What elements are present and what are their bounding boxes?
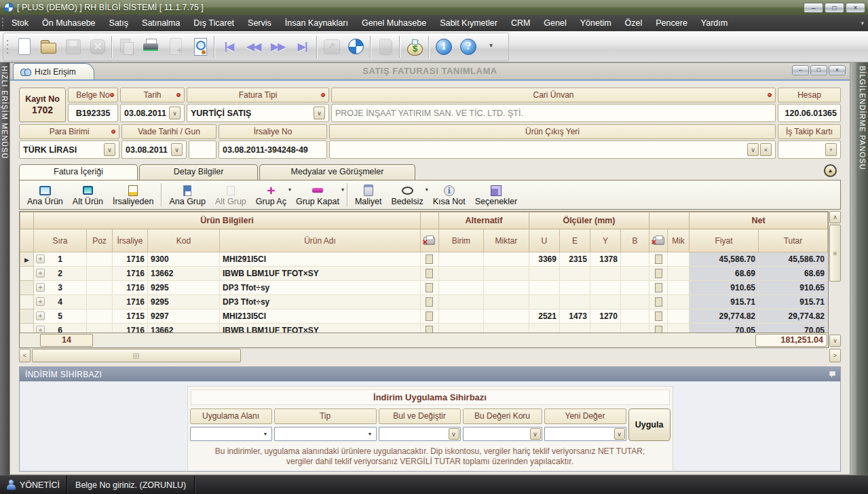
menu-item--zel[interactable]: Özel — [618, 15, 649, 31]
cell-birim[interactable] — [438, 267, 483, 281]
cell-poz[interactable] — [87, 309, 113, 324]
cell-e[interactable] — [559, 267, 590, 281]
cell-sira[interactable]: +1 — [34, 252, 87, 267]
tab-invoice-content[interactable]: Fatura İçeriği — [19, 164, 138, 180]
ribbon-cost-button[interactable]: Maliyet — [350, 181, 387, 208]
cell-mik[interactable] — [668, 324, 690, 333]
cell-u[interactable] — [529, 295, 559, 309]
cell-sira[interactable]: +6 — [34, 324, 87, 333]
cell-birim[interactable] — [438, 309, 483, 324]
web-sphere-button[interactable] — [343, 34, 368, 60]
cell-poz[interactable] — [87, 324, 113, 333]
cell-mik[interactable] — [668, 309, 690, 324]
group-header-product-info[interactable]: Ürün Bilgileri — [34, 212, 421, 229]
pin-icon[interactable] — [829, 371, 835, 377]
table-row[interactable]: ▶+117169300MHI291I5CI33692315137845,586.… — [20, 252, 828, 267]
col-header-fiyat[interactable]: Fiyat — [690, 229, 759, 252]
cell-urun-adi[interactable]: MHI213I5CI — [220, 309, 421, 324]
currency-field[interactable]: TÜRK LİRASI∨ — [19, 140, 119, 159]
nav-last-button[interactable] — [290, 34, 314, 60]
dropdown-caret-icon[interactable]: ▾ — [341, 187, 344, 193]
account-field[interactable]: 120.06.01365 — [778, 104, 841, 122]
menu-overflow-icon[interactable]: ▾ — [861, 20, 864, 26]
cell-urun-adi[interactable]: IBWB LBM1UF TFOT×SY — [220, 267, 421, 281]
cell-kod[interactable]: 9295 — [148, 295, 220, 309]
menu-item-crm[interactable]: CRM — [504, 15, 537, 31]
cell-kod[interactable]: 9295 — [148, 281, 220, 295]
menu-item-sat-nalma[interactable]: Satınalma — [135, 15, 187, 31]
col-header-sira[interactable]: Sıra — [34, 229, 87, 252]
ribbon-free-button[interactable]: Bedelsiz▾ — [387, 181, 428, 208]
expand-row-button[interactable]: + — [36, 269, 45, 278]
menu-item-pencere[interactable]: Pencere — [649, 15, 694, 31]
invoice-type-field[interactable]: YURTİÇİ SATIŞ∨ — [187, 104, 329, 122]
menu-item-sat-[interactable]: Satış — [102, 15, 136, 31]
print-checkbox[interactable] — [426, 269, 433, 278]
chevron-down-icon[interactable]: ∨ — [614, 428, 625, 440]
cell-miktar[interactable] — [483, 281, 529, 295]
cell-irsaliye[interactable]: 1716 — [113, 281, 148, 295]
expand-row-button[interactable]: + — [36, 297, 45, 306]
tab-quick-access[interactable]: Hızlı Erişim — [13, 63, 94, 79]
chevron-down-icon[interactable]: ∨ — [169, 107, 181, 119]
print-checkbox[interactable] — [655, 326, 662, 332]
collapse-header-button[interactable]: ▲ — [824, 164, 837, 177]
col-header-poz[interactable]: Poz — [87, 229, 113, 252]
cell-kod[interactable]: 9300 — [148, 252, 220, 267]
v-scroll-thumb[interactable]: ≡ — [829, 225, 841, 282]
group-header-net[interactable]: Net — [690, 212, 828, 229]
chevron-down-icon[interactable]: ∨ — [747, 143, 759, 156]
cell-tutar[interactable]: 915.71 — [759, 295, 828, 309]
close-button[interactable]: × — [846, 3, 865, 13]
date-field[interactable]: 03.08.2011∨ — [120, 104, 185, 122]
customer-title-field[interactable]: PROJE İNŞAAT YATIRIM SAN. VE TİC. LTD. Ş… — [331, 104, 776, 122]
horizontal-scrollbar[interactable]: < ||| — [19, 349, 829, 362]
menu-item-d-ticaret[interactable]: Dış Ticaret — [187, 15, 241, 31]
cell-b[interactable] — [620, 309, 649, 324]
ribbon-sub-product-button[interactable]: Alt Ürün — [68, 181, 108, 208]
table-row[interactable]: +6171613662IBWB LBM1UF TFOT×SY70.0570.05 — [20, 324, 828, 333]
cell-y[interactable]: 1270 — [590, 309, 620, 324]
add-icon[interactable]: + — [825, 143, 837, 156]
print-checkbox[interactable] — [426, 297, 433, 307]
cell-irsaliye[interactable]: 1716 — [113, 324, 148, 333]
menu-item--n-muhasebe[interactable]: Ön Muhasebe — [35, 15, 102, 31]
col-header-no-print[interactable] — [649, 229, 668, 252]
print-checkbox[interactable] — [655, 311, 662, 321]
nav-prev-button[interactable] — [241, 34, 265, 60]
toolbar-overflow-button[interactable] — [480, 34, 504, 60]
ribbon-group-close-button[interactable]: Grup Kapat▾ — [291, 181, 344, 208]
cell-y[interactable] — [590, 295, 620, 309]
due-days-field[interactable] — [189, 140, 216, 159]
cell-b[interactable] — [620, 324, 649, 333]
print-button[interactable] — [138, 34, 163, 60]
ribbon-options-button[interactable]: Seçenekler — [470, 181, 523, 208]
cell-urun-adi[interactable]: IBWB LBM1UF TFOT×SY — [220, 324, 421, 333]
cell-irsaliye[interactable]: 1715 — [113, 309, 148, 324]
tab-detail-info[interactable]: Detay Bilgiler — [139, 164, 258, 180]
cell-fiyat[interactable]: 915.71 — [690, 295, 759, 309]
cell-y[interactable]: 1378 — [590, 252, 620, 267]
chevron-down-icon[interactable]: ∨ — [530, 428, 541, 440]
chevron-down-icon[interactable]: ∨ — [104, 143, 115, 156]
cell-mik[interactable] — [668, 267, 690, 281]
cell-birim[interactable] — [438, 281, 483, 295]
vertical-scrollbar[interactable]: ∧ ≡ ∨ > — [829, 211, 841, 362]
open-folder-button[interactable] — [36, 34, 60, 60]
mdi-close-button[interactable]: × — [829, 65, 846, 75]
help-button[interactable] — [455, 34, 480, 60]
minimize-button[interactable]: – — [804, 3, 823, 13]
col-header-b[interactable]: B — [620, 229, 649, 252]
cell-miktar[interactable] — [483, 324, 529, 333]
cell-sira[interactable]: +5 — [34, 309, 87, 324]
chevron-down-icon[interactable]: ∨ — [314, 107, 325, 119]
scroll-right-icon[interactable]: > — [829, 349, 841, 362]
ribbon-from-dispatch-button[interactable]: İrsaliyeden — [108, 181, 158, 208]
cell-b[interactable] — [620, 281, 649, 295]
cell-e[interactable] — [559, 324, 590, 333]
due-date-field[interactable]: 03.08.2011∨ — [121, 140, 187, 159]
cell-b[interactable] — [620, 252, 649, 267]
cell-y[interactable] — [590, 267, 620, 281]
col-header-birim[interactable]: Birim — [438, 229, 483, 252]
cell-u[interactable] — [529, 281, 559, 295]
